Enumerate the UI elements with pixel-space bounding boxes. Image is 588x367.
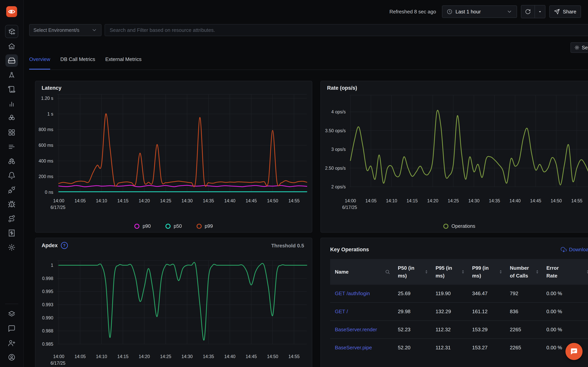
svg-text:14:05: 14:05 [75,198,86,203]
sort-icon[interactable] [424,269,429,274]
column-header-p50[interactable]: P50 (inms) [393,259,431,285]
sort-icon[interactable] [460,269,466,274]
settings-button[interactable]: Settings [571,42,588,53]
chat-fab[interactable] [565,343,583,360]
sidebar-item-service-map[interactable] [5,212,18,225]
sort-icon [498,269,503,274]
sort-icon[interactable] [585,269,588,274]
sidebar-item-support[interactable] [5,322,18,335]
sidebar-item-explorer[interactable] [5,155,18,167]
tab-overview[interactable]: Overview [29,56,50,69]
time-range-button[interactable]: Last 1 hour [442,5,517,18]
svg-text:6/17/25: 6/17/25 [51,205,66,210]
sidebar-item-exceptions[interactable] [5,198,18,210]
column-header-calls[interactable]: Numberof Calls [505,259,542,285]
grid-icon [8,129,16,136]
plug-icon [8,186,16,194]
share-button[interactable]: Share [549,5,581,18]
svg-text:3.50 ops/s: 3.50 ops/s [325,128,346,133]
sort-icon[interactable] [498,269,503,274]
sidebar-item-pipelines[interactable] [5,141,18,153]
column-header-p99[interactable]: P99 (inms) [467,259,505,285]
bar-chart-icon [8,100,16,108]
legend-item-operations[interactable]: Operations [443,223,475,229]
sidebar-item-versions[interactable] [5,308,18,320]
svg-text:14:00: 14:00 [345,198,356,203]
environment-select[interactable]: Select Environment/s [29,24,102,36]
settings-label: Settings [582,45,588,50]
chevron-down-icon [507,9,512,15]
cell-p95: 112.32 [431,321,467,339]
svg-text:0.993: 0.993 [42,302,53,307]
apdex-chart: 0.9850.9880.9900.9930.9950.998114:006/17… [35,238,312,367]
operation-link[interactable]: BaseServer.pipe [335,345,372,350]
cell-error: 0.00 % [542,302,588,321]
boxes-icon [8,114,16,122]
table-row: GET /auth/login25.69119.90346.477920.00 … [330,285,588,302]
refreshed-status: Refreshed 8 sec ago [389,9,436,15]
column-header-error[interactable]: ErrorRate [542,259,588,285]
key-operations-panel: Key Operations Download NameP50 (inms)P9… [320,238,588,367]
sidebar-item-alerts[interactable] [5,169,18,182]
sidebar-item-infrastructure[interactable] [5,112,18,124]
sidebar-item-get-started[interactable] [5,25,18,38]
cell-calls: 2265 [505,339,542,357]
refresh-options-button[interactable] [535,5,545,18]
sidebar-item-traces[interactable] [5,69,18,81]
svg-text:14:40: 14:40 [510,198,521,203]
operation-link[interactable]: BaseServer.render [335,327,377,333]
search-icon[interactable] [385,269,390,274]
sidebar-item-services[interactable] [5,54,18,67]
cell-p50: 25.69 [393,285,431,302]
legend-marker-icon [134,224,139,229]
cell-p50: 29.98 [393,302,431,321]
tab-db-call-metrics[interactable]: DB Call Metrics [60,56,95,69]
sidebar-item-home[interactable] [5,40,18,52]
download-link[interactable]: Download [561,247,588,253]
svg-text:800 ms: 800 ms [39,127,53,132]
svg-text:3 ops/s: 3 ops/s [331,147,346,152]
sidebar-item-integrations[interactable] [5,184,18,196]
svg-text:14:30: 14:30 [182,198,193,203]
legend-item-p90[interactable]: p90 [134,223,151,229]
sidebar-item-logs[interactable] [5,83,18,96]
hard-drive-icon [8,57,16,65]
svg-text:0.988: 0.988 [42,328,53,334]
tab-external-metrics[interactable]: External Metrics [105,56,142,69]
legend-marker-icon [443,224,448,229]
eye-logo-icon [8,8,15,15]
sidebar-item-billing[interactable] [5,227,18,239]
sidebar-item-dashboards[interactable] [5,126,18,139]
sidebar-item-invite-user[interactable] [5,337,18,349]
svg-text:14:15: 14:15 [406,198,418,203]
legend-item-p50[interactable]: p50 [165,223,182,229]
route-icon [8,215,16,223]
sidebar-item-account[interactable] [5,351,18,364]
sidebar-item-metrics[interactable] [5,98,18,110]
svg-text:400 ms: 400 ms [39,158,53,164]
sort-icon[interactable] [535,269,540,274]
column-header-name[interactable]: Name [330,259,393,285]
app-logo[interactable] [6,6,17,17]
operation-link[interactable]: GET / [335,309,348,314]
svg-text:14:25: 14:25 [160,354,171,359]
sidebar-item-settings[interactable] [5,241,18,254]
table-row: GET /29.98132.29161.128360.00 % [330,302,588,321]
svg-text:2 ops/s: 2 ops/s [331,184,346,189]
chevron-down-icon [91,27,97,33]
search-input[interactable] [105,27,588,33]
key-operations-header: Key Operations Download [330,247,588,253]
operation-link[interactable]: GET /auth/login [335,291,370,296]
cell-p95: 119.90 [431,285,467,302]
column-header-p95[interactable]: P95 (inms) [431,259,467,285]
binoculars-icon [8,157,16,165]
svg-text:14:20: 14:20 [139,354,150,359]
legend-item-p99[interactable]: p99 [197,223,213,229]
refresh-button[interactable] [521,5,535,18]
sidebar [0,0,24,367]
svg-text:14:00: 14:00 [53,198,64,203]
sort-icon [460,269,466,274]
svg-text:1.20 s: 1.20 s [41,96,53,101]
package-plus-icon [8,28,16,35]
apdex-panel: Apdex ? Threshold 0.5 0.9850.9880.9900.9… [35,238,312,367]
